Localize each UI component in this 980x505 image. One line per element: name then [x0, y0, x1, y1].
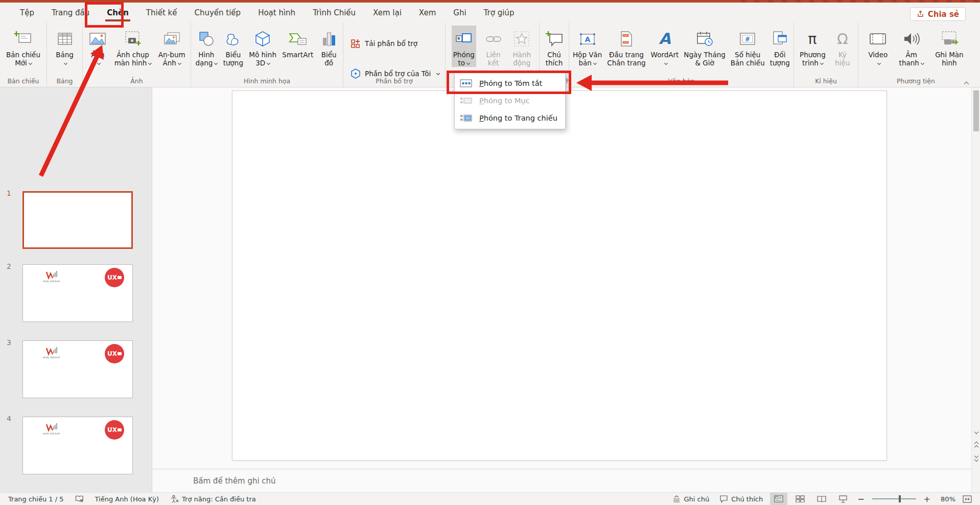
group-label-illustrations: Hình minh họa [191, 77, 343, 85]
collapse-ribbon-button[interactable] [965, 78, 969, 83]
object-button[interactable]: Đối tượng [768, 26, 791, 67]
svg-text:A: A [585, 35, 590, 43]
action-label-2: động [513, 59, 530, 67]
ribbon-group-images: Ảnh Ảnh chụp màn hình [83, 22, 191, 87]
wordart-button[interactable]: A WordArt [649, 26, 681, 67]
chart-icon [321, 27, 337, 51]
accessibility-status[interactable]: Trợ năng: Cần điều tra [167, 493, 259, 505]
tab-xem[interactable]: Xem [410, 3, 445, 22]
smartart-icon [289, 27, 307, 51]
slide-number-button[interactable]: # Số hiệu Bản chiếu [729, 26, 766, 67]
tab-thiet-ke[interactable]: Thiết kế [137, 3, 186, 22]
get-addins-button[interactable]: Tải phần bổ trợ [351, 38, 417, 49]
date-time-button[interactable]: Ngày Tháng & Giờ [682, 26, 727, 67]
icons-duck-icon [224, 27, 242, 51]
slide-1-thumbnail[interactable] [22, 191, 133, 249]
zoom-slider-thumb[interactable] [899, 495, 901, 502]
zoom-out-button[interactable]: − [856, 494, 866, 504]
slide-3-thumbnail[interactable]: HVN GROUP UX [22, 340, 133, 398]
dropdown-caret-icon [267, 61, 270, 65]
zoom-in-button[interactable]: + [922, 494, 932, 504]
video-button[interactable]: Video [867, 26, 889, 67]
vertical-scrollbar[interactable] [971, 87, 980, 492]
new-slide-button[interactable]: Bản chiếu Mới [5, 26, 42, 67]
ux-badge-text: UX [107, 426, 117, 433]
slide-indicator-label: Trang chiếu 1 / 5 [8, 495, 64, 503]
menubar: Tệp Trang đầu Chèn Thiết kế Chuyển tiếp … [0, 3, 980, 22]
tab-chuyen-tiep[interactable]: Chuyển tiếp [185, 3, 249, 22]
slide-2-thumbnail[interactable]: HVN GROUP UX [22, 264, 133, 322]
3d-models-label-1: Mô hình [249, 51, 276, 59]
slide-indicator[interactable]: Trang chiếu 1 / 5 [5, 493, 67, 505]
comments-toggle[interactable]: Chú thích [716, 493, 766, 505]
share-button[interactable]: Chia sẻ [910, 7, 966, 21]
language-status[interactable]: Tiếng Anh (Hoa Kỳ) [92, 493, 162, 505]
slideshow-view-button[interactable] [834, 493, 852, 505]
object-label-1: Đối [774, 51, 785, 59]
action-button: Hành động [510, 26, 533, 67]
svg-text:HVN GROUP: HVN GROUP [43, 280, 60, 283]
next-slide-button[interactable] [972, 452, 980, 463]
powerpoint-window: Tệp Trang đầu Chèn Thiết kế Chuyển tiếp … [0, 0, 980, 505]
tab-tep[interactable]: Tệp [11, 3, 43, 22]
reading-view-button[interactable] [813, 493, 830, 505]
equation-button[interactable]: π Phương trình [798, 26, 827, 67]
tab-chen[interactable]: Chèn [98, 3, 137, 22]
equation-label-1: Phương [800, 51, 826, 59]
normal-view-button[interactable] [770, 493, 787, 505]
picture-icon [88, 27, 107, 51]
header-footer-button[interactable]: Đầu trang Chân trang [605, 26, 647, 67]
dropdown-caret-icon [877, 61, 881, 65]
photo-album-icon [162, 27, 181, 51]
table-button[interactable]: Bảng [54, 26, 76, 67]
status-bar: Trang chiếu 1 / 5 Tiếng Anh (Hoa Kỳ) Trợ… [0, 492, 980, 505]
slide-4-thumbnail[interactable]: HVN GROUP UX [22, 417, 133, 474]
screen-recording-button[interactable]: Ghi Màn hình [934, 26, 965, 67]
menu-item-slide-zoom[interactable]: Phóng to Trang chiếu [455, 109, 565, 127]
reading-view-icon [817, 495, 826, 502]
screenshot-icon [124, 27, 142, 51]
tab-trinh-chieu[interactable]: Trình Chiếu [304, 3, 364, 22]
hvn-group-logo: HVN GROUP [41, 422, 68, 438]
ribbon-group-illustrations: Hình dạng Biểu tượng [191, 22, 343, 87]
notes-pane[interactable]: Bấm để thêm ghi chú [152, 469, 971, 492]
menu-item-summary-zoom[interactable]: Phóng to Tóm tắt [455, 75, 565, 92]
audio-button[interactable]: Âm thanh [898, 26, 925, 67]
tab-tro-giup[interactable]: Trợ giúp [475, 3, 523, 22]
photo-album-button[interactable]: An-bum Ảnh [157, 26, 187, 67]
3d-models-button[interactable]: Mô hình 3D [247, 26, 278, 67]
text-box-button[interactable]: A Hộp Văn bản [571, 26, 603, 67]
comment-button[interactable]: Chú thích [543, 26, 566, 67]
scroll-down-button[interactable] [972, 427, 980, 437]
zoom-button[interactable]: Phóng to [452, 26, 476, 67]
ribbon-group-slides: Bản chiếu Mới Bản chiếu [0, 22, 47, 87]
slide-number-icon: # [739, 27, 756, 51]
screenshot-button[interactable]: Ảnh chụp màn hình [113, 26, 153, 67]
slide-sorter-view-button[interactable] [791, 493, 809, 505]
slide-1-number: 1 [7, 189, 11, 197]
chart-button[interactable]: Biểu đồ [318, 26, 340, 67]
tab-trang-dau[interactable]: Trang đầu [43, 3, 98, 22]
tab-hoat-hinh[interactable]: Hoạt hình [249, 3, 304, 22]
previous-slide-button[interactable] [972, 440, 980, 450]
scrollbar-thumb[interactable] [973, 90, 979, 131]
slide-thumbnail-panel: 1 2 HVN GROUP UX 3 [0, 87, 152, 492]
menu-item-section-zoom: Phóng to Mục [455, 92, 565, 109]
workspace: 1 2 HVN GROUP UX 3 [0, 87, 980, 492]
tab-ghi[interactable]: Ghi [445, 3, 475, 22]
pictures-button[interactable]: Ảnh [86, 26, 109, 67]
zoom-level[interactable]: 80% [936, 495, 955, 503]
shapes-button[interactable]: Hình dạng [194, 26, 219, 67]
comments-toggle-label: Chú thích [731, 495, 763, 503]
smartart-button[interactable]: SmartArt [281, 26, 315, 67]
notes-toggle[interactable]: Ghi chú [669, 493, 712, 505]
spelling-status[interactable] [72, 493, 87, 505]
zoom-label-2: to [458, 59, 465, 67]
tab-xem-lai[interactable]: Xem lại [364, 3, 410, 22]
zoom-slider[interactable] [872, 498, 916, 499]
fit-slide-to-window-button[interactable] [960, 495, 975, 503]
get-addins-label: Tải phần bổ trợ [365, 39, 417, 48]
icons-button[interactable]: Biểu tượng [222, 26, 245, 67]
3d-models-label-2: 3D [255, 59, 265, 67]
slide-canvas[interactable] [232, 90, 887, 461]
